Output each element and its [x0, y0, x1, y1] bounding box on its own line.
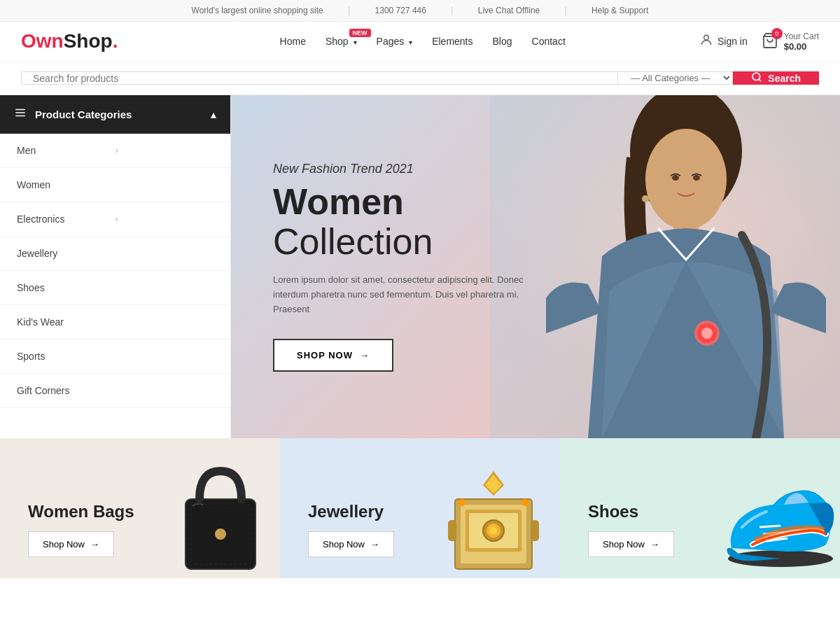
search-button-label: Search: [768, 73, 801, 84]
jewellery-title: Jewellery: [308, 502, 394, 522]
cart-text: Your Cart $0.00: [784, 31, 819, 52]
hero-button-label: SHOP NOW: [297, 350, 353, 360]
shoes-shop-now-button[interactable]: Shop Now →: [588, 531, 674, 557]
live-chat[interactable]: Live Chat Offline: [478, 6, 540, 15]
women-bags-card: Women Bags Shop Now →: [0, 438, 280, 578]
svg-point-10: [642, 195, 649, 202]
nav-elements[interactable]: Elements: [432, 36, 472, 47]
search-container: — All Categories — Men Women Electronics…: [21, 71, 733, 85]
chevron-right-men: ›: [115, 146, 214, 155]
signin-button[interactable]: Sign in: [699, 33, 748, 50]
jewellery-btn-arrow: →: [370, 539, 379, 550]
logo-dot: .: [113, 30, 118, 52]
bottom-cards: Women Bags Shop Now →: [0, 438, 840, 578]
women-bags-btn-arrow: →: [90, 539, 99, 550]
category-select[interactable]: — All Categories — Men Women Electronics…: [617, 72, 732, 84]
sidebar-item-gift-corners[interactable]: Gift Corners: [0, 374, 230, 408]
svg-point-2: [752, 73, 760, 80]
sidebar-label-women: Women: [17, 179, 214, 190]
hero-title: Women Collection: [273, 182, 539, 262]
phone-number[interactable]: 1300 727 446: [375, 6, 426, 15]
svg-point-29: [522, 499, 528, 506]
page-wrapper: World's largest online shopping site | 1…: [0, 0, 840, 578]
shoes-image: [718, 478, 836, 571]
cart-count: 0: [771, 28, 783, 39]
svg-marker-27: [485, 475, 502, 493]
women-bags-title: Women Bags: [28, 502, 134, 522]
jewellery-image: [441, 464, 546, 578]
shoes-title: Shoes: [588, 502, 674, 522]
nav-blog[interactable]: Blog: [493, 36, 512, 47]
women-bags-shop-now-button[interactable]: Shop Now →: [28, 531, 114, 557]
sidebar-item-kids-wear[interactable]: Kid's Wear: [0, 305, 230, 340]
main-nav: Home Shop ▾NEW Pages ▾ Elements Blog Con…: [146, 36, 699, 47]
women-bags-content: Women Bags Shop Now →: [28, 502, 134, 557]
sidebar-label-kids-wear: Kid's Wear: [17, 316, 214, 328]
jewellery-btn-label: Shop Now: [323, 539, 365, 550]
cart-amount: $0.00: [784, 41, 819, 52]
chevron-right-electronics: ›: [115, 214, 214, 224]
svg-point-8: [645, 129, 727, 230]
header-actions: Sign in 0 Your Cart $0.00: [699, 31, 819, 52]
svg-rect-34: [531, 520, 539, 541]
pages-arrow: ▾: [409, 38, 412, 46]
svg-line-36: [760, 526, 780, 527]
help-support[interactable]: Help & Support: [592, 6, 648, 15]
separator-1: |: [348, 6, 350, 15]
sidebar-label-shoes: Shoes: [17, 282, 214, 293]
hero-button-arrow: →: [360, 350, 370, 360]
sidebar-label-sports: Sports: [17, 351, 214, 362]
sidebar-toggle-icon[interactable]: ▴: [211, 108, 216, 121]
content-area: Product Categories ▴ Men › Women Electro…: [0, 95, 840, 438]
svg-rect-19: [217, 531, 224, 537]
sidebar-item-women[interactable]: Women: [0, 168, 230, 202]
tagline: World's largest online shopping site: [192, 6, 323, 15]
sidebar-header: Product Categories ▴: [0, 95, 230, 134]
hero-subtitle: New Fashion Trend 2021: [273, 162, 539, 176]
logo-own: Own: [21, 30, 64, 52]
header: OwnShop. Home Shop ▾NEW Pages ▾ Elements…: [0, 22, 840, 62]
jewellery-content: Jewellery Shop Now →: [308, 502, 394, 557]
sidebar-label-electronics: Electronics: [17, 214, 115, 225]
search-input[interactable]: [22, 72, 617, 84]
sidebar-item-electronics[interactable]: Electronics ›: [0, 202, 230, 237]
hero-shop-now-button[interactable]: SHOP NOW →: [273, 339, 393, 372]
separator-3: |: [565, 6, 567, 15]
svg-point-28: [458, 499, 465, 506]
svg-point-12: [693, 175, 700, 181]
nav-pages[interactable]: Pages ▾: [377, 36, 413, 47]
hero-title-bold: Women: [273, 181, 404, 222]
jewellery-icon: [441, 464, 546, 576]
svg-point-15: [701, 328, 713, 339]
nav-shop[interactable]: Shop ▾NEW: [326, 36, 357, 47]
hero-content: New Fashion Trend 2021 Women Collection …: [231, 120, 581, 414]
sneaker-icon: [718, 478, 836, 569]
sidebar-item-sports[interactable]: Sports: [0, 340, 230, 374]
jewellery-shop-now-button[interactable]: Shop Now →: [308, 531, 394, 557]
svg-point-0: [704, 35, 709, 40]
sidebar-item-shoes[interactable]: Shoes: [0, 271, 230, 305]
women-bags-btn-label: Shop Now: [43, 539, 85, 550]
logo-shop: Shop: [64, 30, 113, 52]
svg-point-32: [490, 527, 497, 534]
hero-banner: New Fashion Trend 2021 Women Collection …: [231, 95, 840, 438]
search-icon: [751, 71, 762, 85]
shop-arrow: ▾: [354, 38, 357, 46]
nav-contact[interactable]: Contact: [532, 36, 566, 47]
shop-badge: NEW: [349, 29, 371, 37]
cart-area[interactable]: 0 Your Cart $0.00: [762, 31, 819, 52]
svg-point-11: [672, 175, 679, 181]
shoes-btn-label: Shop Now: [603, 539, 645, 550]
signin-label: Sign in: [718, 36, 748, 47]
hero-title-light: Collection: [273, 221, 433, 262]
menu-icon: [14, 106, 27, 122]
nav-home[interactable]: Home: [280, 36, 306, 47]
svg-rect-33: [448, 520, 456, 541]
logo[interactable]: OwnShop.: [21, 30, 118, 52]
user-icon: [699, 33, 713, 50]
sidebar-item-jewellery[interactable]: Jewellery: [0, 237, 230, 271]
search-button[interactable]: Search: [733, 71, 819, 85]
cart-label: Your Cart: [784, 31, 819, 41]
handbag-icon: [175, 457, 266, 576]
sidebar-item-men[interactable]: Men ›: [0, 134, 230, 168]
